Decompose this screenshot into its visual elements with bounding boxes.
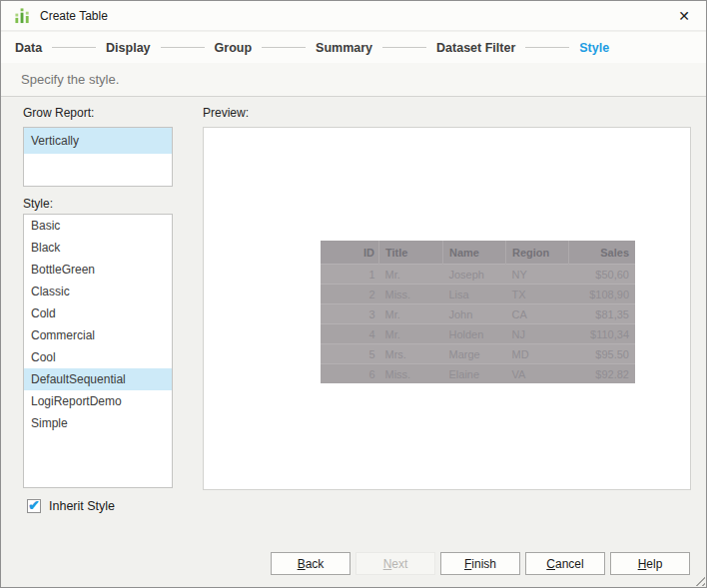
table-cell: Lisa <box>443 285 506 304</box>
table-row: 4Mr.HoldenNJ$110,34 <box>321 324 635 344</box>
wizard-step-group[interactable]: Group <box>215 41 253 55</box>
table-row: 3Mr.JohnCA$81,35 <box>321 304 635 324</box>
table-row: 5Mrs.MargeMD$95.50 <box>321 344 635 364</box>
column-header-region: Region <box>506 241 569 265</box>
wizard-step-data[interactable]: Data <box>15 41 42 55</box>
table-row: 1Mr.JosephNY$50,60 <box>321 265 635 285</box>
table-cell: NJ <box>506 324 569 344</box>
table-cell: 5 <box>321 344 379 364</box>
table-cell: MD <box>506 344 569 364</box>
table-row: 6Miss.ElaineVA$92.82 <box>321 364 635 384</box>
inherit-style-label: Inherit Style <box>49 499 115 513</box>
list-item-black[interactable]: Black <box>24 237 172 259</box>
table-cell: Elaine <box>443 364 506 384</box>
cancel-button[interactable]: Cancel <box>525 552 605 575</box>
step-connector-line <box>52 47 96 48</box>
resize-grip-icon[interactable] <box>692 573 705 586</box>
create-table-chart-icon <box>14 7 31 24</box>
table-cell: $108,90 <box>569 285 636 304</box>
inherit-style-row: ✔ Inherit Style <box>27 499 115 513</box>
table-cell: Holden <box>443 324 506 344</box>
table-cell: 1 <box>321 265 379 285</box>
table-cell: $95.50 <box>569 344 636 364</box>
step-connector-line <box>382 47 426 48</box>
window-title: Create Table <box>40 9 108 23</box>
table-cell: TX <box>506 285 569 304</box>
table-cell: Mr. <box>379 265 443 285</box>
table-row: 2Miss.LisaTX$108,90 <box>321 285 635 304</box>
table-cell: 4 <box>321 324 379 344</box>
table-cell: NY <box>506 265 569 285</box>
table-cell: $92.82 <box>569 364 636 384</box>
table-cell: VA <box>506 364 569 384</box>
subtitle-row: Specify the style. <box>1 63 706 97</box>
wizard-step-summary[interactable]: Summary <box>316 41 372 55</box>
style-label: Style: <box>23 197 53 211</box>
table-cell: CA <box>506 304 569 324</box>
table-cell: Miss. <box>379 364 443 384</box>
button-bar: BackNextFinishCancelHelp <box>271 552 690 575</box>
style-list[interactable]: BasicBlackBottleGreenClassicColdCommerci… <box>23 214 173 488</box>
table-cell: John <box>443 304 506 324</box>
inherit-style-checkbox[interactable]: ✔ <box>27 499 41 513</box>
back-button[interactable]: Back <box>271 552 351 575</box>
list-item-logireportdemo[interactable]: LogiReportDemo <box>24 390 172 412</box>
table-cell: $110,34 <box>569 324 636 344</box>
step-connector-line <box>161 47 205 48</box>
list-item-bottlegreen[interactable]: BottleGreen <box>24 259 172 281</box>
list-item-cool[interactable]: Cool <box>24 346 172 368</box>
step-connector-line <box>262 47 306 48</box>
column-header-id: ID <box>321 241 379 265</box>
column-header-name: Name <box>443 241 506 265</box>
preview-panel: IDTitleNameRegionSales 1Mr.JosephNY$50,6… <box>203 127 691 490</box>
grow-report-list[interactable]: Vertically <box>23 127 173 187</box>
finish-button[interactable]: Finish <box>440 552 520 575</box>
checkmark-icon: ✔ <box>28 497 40 513</box>
title-bar: Create Table ✕ <box>1 1 706 31</box>
table-cell: Miss. <box>379 285 443 304</box>
wizard-step-display[interactable]: Display <box>106 41 150 55</box>
list-item-vertically[interactable]: Vertically <box>24 128 172 154</box>
next-button[interactable]: Next <box>355 552 435 575</box>
table-cell: Mr. <box>379 304 443 324</box>
table-cell: Mr. <box>379 324 443 344</box>
list-item-commercial[interactable]: Commercial <box>24 324 172 346</box>
list-item-basic[interactable]: Basic <box>24 215 172 237</box>
preview-table: IDTitleNameRegionSales 1Mr.JosephNY$50,6… <box>321 241 635 383</box>
list-item-defaultsequential[interactable]: DefaultSequential <box>24 368 172 390</box>
table-cell: 3 <box>321 304 379 324</box>
preview-label: Preview: <box>203 106 249 120</box>
table-cell: Joseph <box>443 265 506 285</box>
list-item-simple[interactable]: Simple <box>24 412 172 434</box>
wizard-step-style[interactable]: Style <box>579 41 609 55</box>
list-item-cold[interactable]: Cold <box>24 302 172 324</box>
close-icon[interactable]: ✕ <box>670 6 698 26</box>
table-cell: $81,35 <box>569 304 636 324</box>
table-cell: 6 <box>321 364 379 384</box>
table-cell: Mrs. <box>379 344 443 364</box>
list-item-classic[interactable]: Classic <box>24 281 172 302</box>
step-connector-line <box>525 47 569 48</box>
wizard-steps: DataDisplayGroupSummaryDataset FilterSty… <box>1 32 706 63</box>
table-cell: 2 <box>321 285 379 304</box>
table-cell: $50,60 <box>569 265 636 285</box>
table-header-row: IDTitleNameRegionSales <box>321 241 635 265</box>
column-header-title: Title <box>379 241 443 265</box>
grow-report-label: Grow Report: <box>23 106 94 120</box>
table-cell: Marge <box>443 344 506 364</box>
create-table-dialog: Create Table ✕ DataDisplayGroupSummaryDa… <box>0 0 707 588</box>
step-description: Specify the style. <box>21 72 119 87</box>
column-header-sales: Sales <box>569 241 636 265</box>
help-button[interactable]: Help <box>610 552 690 575</box>
wizard-step-dataset-filter[interactable]: Dataset Filter <box>436 41 515 55</box>
